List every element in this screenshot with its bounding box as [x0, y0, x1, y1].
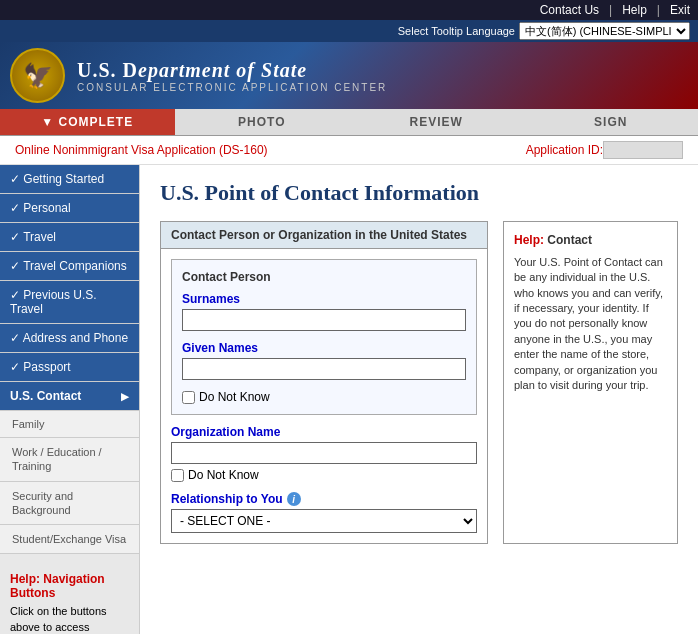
relationship-select[interactable]: - SELECT ONE - Business Associate Friend…: [171, 509, 477, 533]
sidebar-item-getting-started[interactable]: Getting Started: [0, 165, 139, 194]
exit-link[interactable]: Exit: [670, 3, 690, 17]
help-panel-title: Help: Contact: [514, 232, 667, 249]
tab-photo[interactable]: PHOTO: [175, 109, 350, 135]
relationship-label-text: Relationship to You: [171, 492, 283, 506]
form-panel-title: Contact Person or Organization in the Un…: [161, 222, 487, 249]
sidebar-item-us-contact[interactable]: U.S. Contact: [0, 382, 139, 411]
lang-bar: Select Tooltip Language 中文(简体) (CHINESE-…: [0, 20, 698, 42]
help-nav-body: Click on the buttons above to access pre…: [10, 604, 129, 634]
form-panel: Contact Person or Organization in the Un…: [160, 221, 488, 544]
app-title: Online Nonimmigrant Visa Application (DS…: [15, 143, 526, 157]
app-bar: Online Nonimmigrant Visa Application (DS…: [0, 136, 698, 165]
tooltip-lang-label: Select Tooltip Language: [398, 25, 515, 37]
org-name-label: Organization Name: [171, 425, 477, 439]
tab-complete[interactable]: COMPLETE: [0, 109, 175, 135]
given-names-label: Given Names: [182, 341, 466, 355]
given-names-input[interactable]: [182, 358, 466, 380]
sidebar-item-previous-travel[interactable]: Previous U.S. Travel: [0, 281, 139, 324]
surnames-group: Surnames: [182, 292, 466, 331]
surnames-label: Surnames: [182, 292, 466, 306]
header: 🦅 U.S. Department of State Consular Elec…: [0, 42, 698, 109]
do-not-know-1-label: Do Not Know: [199, 390, 270, 404]
do-not-know-2-row: Do Not Know: [171, 468, 477, 482]
contact-us-link[interactable]: Contact Us: [540, 3, 599, 17]
language-select[interactable]: 中文(简体) (CHINESE-SIMPLI: [519, 22, 690, 40]
info-icon[interactable]: i: [287, 492, 301, 506]
app-id-label: Application ID:: [526, 143, 603, 157]
relationship-label: Relationship to You i: [171, 492, 477, 506]
sidebar: Getting Started Personal Travel Travel C…: [0, 165, 140, 634]
org-name-group: Organization Name Do Not Know: [171, 425, 477, 482]
org-name-input[interactable]: [171, 442, 477, 464]
sidebar-item-travel[interactable]: Travel: [0, 223, 139, 252]
do-not-know-2-checkbox[interactable]: [171, 469, 184, 482]
form-body: Contact Person Surnames Given Names Do N…: [161, 249, 487, 543]
do-not-know-2-label: Do Not Know: [188, 468, 259, 482]
tab-sign[interactable]: SIGN: [524, 109, 699, 135]
sidebar-item-address-phone[interactable]: Address and Phone: [0, 324, 139, 353]
sidebar-item-passport[interactable]: Passport: [0, 353, 139, 382]
nav-tabs: COMPLETE PHOTO REVIEW SIGN: [0, 109, 698, 136]
form-section: Contact Person or Organization in the Un…: [160, 221, 678, 544]
help-panel-body: Your U.S. Point of Contact can be any in…: [514, 255, 667, 394]
department-name: U.S. Department of State: [77, 59, 387, 82]
sidebar-item-family[interactable]: Family: [0, 411, 139, 438]
contact-person-label: Contact Person: [182, 270, 466, 284]
main-layout: Getting Started Personal Travel Travel C…: [0, 165, 698, 634]
sidebar-item-personal[interactable]: Personal: [0, 194, 139, 223]
help-panel-red-label: Help:: [514, 233, 544, 247]
relationship-section: Relationship to You i - SELECT ONE - Bus…: [171, 492, 477, 533]
sidebar-item-work-education[interactable]: Work / Education / Training: [0, 438, 139, 482]
surnames-input[interactable]: [182, 309, 466, 331]
app-id-value: [603, 141, 683, 159]
contact-person-box: Contact Person Surnames Given Names Do N…: [171, 259, 477, 415]
help-panel-contact-label: Contact: [547, 233, 592, 247]
sidebar-item-student-exchange[interactable]: Student/Exchange Visa: [0, 525, 139, 554]
tab-review[interactable]: REVIEW: [349, 109, 524, 135]
app-center-name: Consular Electronic Application Center: [77, 82, 387, 93]
top-bar: Contact Us | Help | Exit: [0, 0, 698, 20]
sidebar-item-travel-companions[interactable]: Travel Companions: [0, 252, 139, 281]
do-not-know-1-checkbox[interactable]: [182, 391, 195, 404]
page-title: U.S. Point of Contact Information: [160, 180, 678, 206]
logo-seal: 🦅: [10, 48, 65, 103]
help-nav-section: Help: Navigation Buttons Click on the bu…: [0, 564, 139, 634]
do-not-know-1-row: Do Not Know: [182, 390, 466, 404]
header-text: U.S. Department of State Consular Electr…: [77, 59, 387, 93]
help-nav-title: Help: Navigation Buttons: [10, 572, 129, 600]
help-panel: Help: Contact Your U.S. Point of Contact…: [503, 221, 678, 544]
eagle-icon: 🦅: [23, 62, 53, 90]
help-nav-red-label: Help:: [10, 572, 40, 586]
content-area: U.S. Point of Contact Information Contac…: [140, 165, 698, 634]
help-link[interactable]: Help: [622, 3, 647, 17]
given-names-group: Given Names: [182, 341, 466, 380]
sidebar-item-security-background[interactable]: Security and Background: [0, 482, 139, 526]
